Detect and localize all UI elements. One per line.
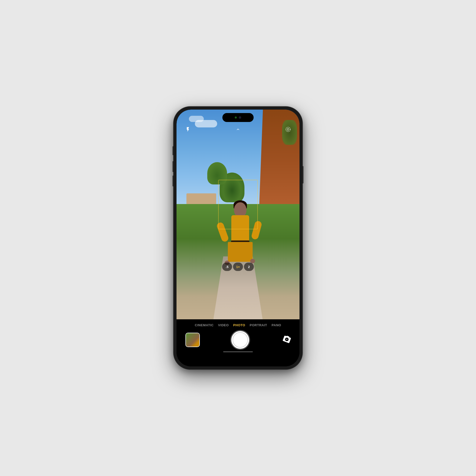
mode-photo[interactable]: PHOTO	[233, 323, 245, 327]
zoom-one-button[interactable]: 1×	[233, 263, 243, 271]
svg-point-0	[287, 128, 289, 130]
screen: .5 1× 2 CINEMATIC VIDEO PHOTO	[177, 110, 299, 366]
volume-up-button[interactable]	[173, 161, 174, 172]
mode-portrait[interactable]: PORTRAIT	[250, 323, 267, 327]
home-indicator	[223, 351, 253, 352]
mode-cinematic[interactable]: CINEMATIC	[195, 323, 214, 327]
thumbnail-image	[186, 333, 199, 347]
mute-button[interactable]	[173, 146, 174, 155]
cloud-2	[189, 116, 204, 122]
last-photo-thumbnail[interactable]	[185, 333, 200, 347]
shutter-inner	[233, 332, 248, 348]
camera-app: .5 1× 2 CINEMATIC VIDEO PHOTO	[177, 110, 299, 366]
sensor-indicator	[239, 116, 241, 119]
zoom-point-five-label: .5	[226, 265, 229, 269]
zoom-two-label: 2	[248, 265, 250, 269]
phone-device: .5 1× 2 CINEMATIC VIDEO PHOTO	[174, 107, 302, 369]
focus-indicator	[218, 180, 258, 229]
mode-pano[interactable]: PANO	[272, 323, 281, 327]
svg-point-1	[286, 127, 290, 132]
dynamic-island	[222, 113, 254, 122]
mode-selector: CINEMATIC VIDEO PHOTO PORTRAIT PANO	[195, 319, 281, 329]
camera-top-controls	[177, 125, 299, 134]
camera-controls-row	[177, 331, 299, 349]
flip-camera-button[interactable]	[281, 335, 291, 345]
zoom-two-button[interactable]: 2	[244, 263, 254, 271]
mode-video[interactable]: VIDEO	[218, 323, 229, 327]
flash-button[interactable]	[183, 125, 192, 134]
live-photo-button[interactable]	[284, 125, 293, 134]
camera-bottom-ui: CINEMATIC VIDEO PHOTO PORTRAIT PANO	[177, 319, 299, 366]
volume-down-button[interactable]	[173, 176, 174, 186]
camera-indicator	[235, 117, 237, 119]
zoom-one-label: 1×	[236, 265, 240, 269]
camera-viewfinder[interactable]: .5 1× 2	[177, 110, 299, 319]
zoom-point-five-button[interactable]: .5	[222, 263, 232, 271]
zoom-controls: .5 1× 2	[222, 263, 254, 271]
power-button[interactable]	[302, 166, 303, 183]
expand-controls-button[interactable]	[234, 125, 242, 134]
shutter-button[interactable]	[231, 331, 249, 349]
person-legs	[228, 242, 253, 262]
